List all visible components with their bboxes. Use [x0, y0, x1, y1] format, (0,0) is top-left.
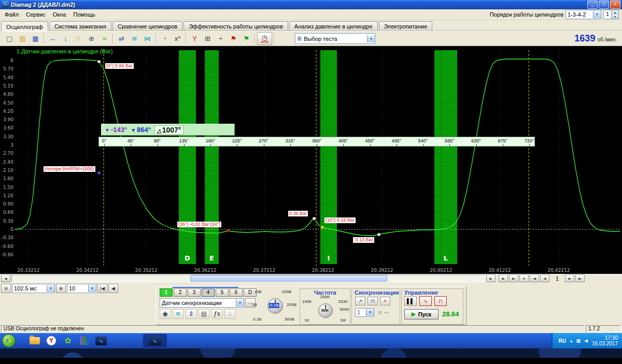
taskbar-app-button[interactable]: ∿ [143, 334, 167, 347]
meter-button[interactable]: ◔ [158, 32, 171, 45]
clock[interactable]: 17:30 16.03.2017 [592, 335, 618, 346]
math-function-icon[interactable]: ƒx [211, 309, 222, 319]
flag-red-button[interactable]: ⚑ [227, 32, 240, 45]
continuous-sweep-button[interactable]: ⊓ [434, 296, 447, 306]
fit-vertical-button[interactable]: ↕ [59, 32, 72, 45]
windows-flag-icon [6, 338, 11, 342]
transport-nav-button[interactable]: |◀ [97, 284, 107, 293]
menu-item[interactable]: Окна [49, 10, 70, 19]
sync-source-select[interactable]: Датчик синхронизации ▼ [160, 298, 244, 308]
marker-dot[interactable] [377, 233, 380, 236]
autoscale-icon[interactable]: ⇕ [186, 309, 196, 319]
save-file-button[interactable]: ▦ [29, 32, 42, 45]
visibility-icon[interactable]: ◉ [160, 309, 171, 319]
folder-icon[interactable] [29, 336, 40, 346]
transport-controls: ⊖ 102.5 мс ▼ ⊕ 10 ▼ |◀◀ [1, 284, 118, 293]
marker-dot[interactable] [321, 226, 324, 229]
flag-green-button[interactable]: ⚑ [240, 32, 253, 45]
marker-dot[interactable] [227, 229, 230, 232]
yandex-icon[interactable]: Y [46, 336, 57, 346]
trigger-rising-icon[interactable]: ↗ [355, 297, 365, 305]
clock-date: 16.03.2017 [592, 341, 618, 346]
menu-item[interactable]: Файл [1, 10, 22, 19]
channel-button-1[interactable]: 1 [160, 288, 173, 297]
time-zoom-in-button[interactable]: ⊕ [56, 284, 66, 293]
diamag-icon[interactable]: ∿ [95, 336, 107, 346]
cylinder-spinner[interactable]: 1 ▲ ▼ [603, 10, 619, 19]
time-per-div-select[interactable]: 102.5 мс ▼ [12, 284, 55, 293]
winrar-icon[interactable] [79, 336, 90, 346]
signal-button[interactable]: ≈ [98, 32, 111, 45]
tab[interactable]: Электропитание [379, 21, 433, 31]
waves-button[interactable]: ≋ [128, 32, 141, 45]
waves-compare-button[interactable]: ⋈ [141, 32, 154, 45]
channel-button-5[interactable]: 5 [216, 288, 229, 297]
fit-horizontal-button[interactable]: ↔ [46, 32, 59, 45]
scroll-track[interactable] [11, 274, 485, 282]
table-button[interactable]: ⊞ [201, 32, 214, 45]
trigger-off-icon[interactable]: × [380, 297, 390, 305]
tray-icon[interactable]: ▦ [576, 338, 581, 343]
start-button[interactable] [2, 334, 16, 347]
channel-button-4[interactable]: 4 [202, 288, 215, 297]
marker-dot[interactable] [313, 217, 316, 220]
channel-button-3[interactable]: 3 [188, 288, 201, 297]
tab[interactable]: Сравнение цилиндров [112, 21, 182, 31]
transport-nav-button[interactable]: ◀ [108, 284, 118, 293]
single-sweep-button[interactable]: ∿ [419, 296, 432, 306]
chevron-down-icon[interactable]: ▼ [88, 285, 96, 292]
tray-icon[interactable]: ▴ [570, 338, 573, 343]
chevron-down-icon[interactable]: ▼ [47, 285, 54, 292]
filter-button[interactable]: Y [188, 32, 201, 45]
tab[interactable]: Анализ давления в цилиндре [289, 21, 378, 31]
tab[interactable]: Система зажигания [49, 21, 111, 31]
icq-icon[interactable]: ✿ [62, 336, 74, 346]
open-file-button[interactable]: ▤ [16, 32, 29, 45]
minimize-button[interactable]: _ [587, 1, 598, 9]
test-select[interactable]: ≣ Выбор теста ▼ [295, 33, 375, 44]
ruler-tick-mark [529, 144, 530, 146]
chevron-down-icon[interactable]: ▼ [366, 309, 374, 316]
maximize-button[interactable]: □ [599, 1, 609, 9]
pan-hand-button[interactable]: ☞ [72, 32, 85, 45]
close-button[interactable]: × [610, 1, 620, 9]
sync-channel-select[interactable]: 1 ▼ [355, 308, 374, 317]
channel-button-2[interactable]: 2 [174, 288, 187, 297]
y-axis-label: -0.90 [2, 252, 14, 257]
chevron-down-icon[interactable]: ▼ [367, 35, 375, 42]
trigger-pulse-icon[interactable]: ⊓ [367, 297, 378, 305]
chevron-down-icon[interactable]: ▼ [593, 11, 601, 18]
spin-down-icon[interactable]: ▼ [611, 14, 618, 19]
compress-button[interactable]: ⇄ [115, 32, 128, 45]
zoom-button[interactable]: ⊕ [85, 32, 98, 45]
waveform-icon[interactable]: ≋ [173, 309, 183, 319]
auto-button[interactable]: ◷AUTO [257, 32, 272, 45]
tab[interactable]: Осциллограф [1, 21, 48, 31]
firing-order-select[interactable]: 1-3-4-2 ▼ [566, 10, 601, 19]
marker-dot[interactable] [97, 60, 101, 63]
start-button[interactable]: ▶ Пуск [404, 309, 439, 319]
scroll-thumb[interactable] [190, 275, 387, 282]
time-zoom-out-button[interactable]: ⊖ [1, 284, 11, 293]
winrar-glyph [80, 337, 89, 345]
depth-select[interactable]: 10 ▼ [67, 284, 96, 293]
channel-button-6[interactable]: 6 [230, 288, 243, 297]
pause-button[interactable]: ▌▌ [404, 296, 417, 306]
scope-annotation: (0°) 5.96 Bar [105, 63, 134, 69]
marker-dot[interactable] [97, 171, 101, 174]
language-indicator[interactable]: RU [559, 338, 566, 344]
tab[interactable]: Эффективность работы цилиндров [183, 21, 288, 31]
divide-button[interactable]: ÷ [214, 32, 227, 45]
x-zero-button[interactable]: x⁰ [171, 32, 184, 45]
spectrum-icon[interactable]: ∴ [224, 309, 235, 319]
chevron-down-icon[interactable]: ▼ [236, 299, 244, 307]
menu-item[interactable]: Сервис [22, 10, 49, 19]
tray-icon[interactable]: ◀ [584, 338, 588, 343]
x-axis-label: 20.37212 [253, 268, 275, 273]
measure-lines-icon[interactable]: ▤ [199, 309, 209, 319]
ruler-tick-mark [210, 144, 211, 146]
new-file-button[interactable]: ▢ [3, 32, 16, 45]
scope-annotation: 0.36 Bar [288, 211, 308, 216]
menu-item[interactable]: Помощь [69, 10, 99, 19]
spin-up-icon[interactable]: ▲ [611, 10, 618, 14]
